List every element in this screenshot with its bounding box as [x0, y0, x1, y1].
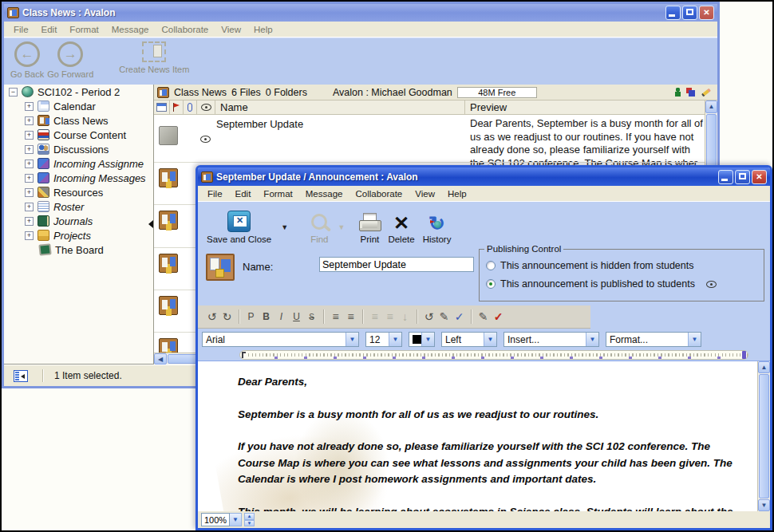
go-back-button[interactable]: ← Go Back — [10, 41, 44, 79]
scroll-left-icon[interactable]: ◀ — [154, 353, 167, 365]
menu-format[interactable]: Format — [257, 189, 298, 199]
tree-item-discussions[interactable]: + Discussions — [4, 142, 153, 156]
expand-icon[interactable]: + — [25, 116, 34, 125]
expand-icon[interactable]: + — [25, 203, 34, 211]
scroll-up-icon[interactable]: ▲ — [758, 361, 770, 373]
expand-icon[interactable]: + — [25, 174, 34, 183]
news-item-icon[interactable] — [159, 296, 178, 315]
right-margin-marker[interactable] — [742, 351, 746, 359]
news-item-icon[interactable] — [159, 338, 178, 353]
name-input[interactable] — [319, 257, 474, 272]
preview-column-header[interactable]: Preview — [465, 100, 705, 114]
maximize-icon[interactable] — [682, 6, 697, 20]
expand-icon[interactable]: + — [25, 102, 34, 111]
underline-icon[interactable]: U — [289, 311, 304, 322]
expand-icon[interactable]: + — [25, 145, 34, 154]
insert-select[interactable]: Insert... ▼ — [503, 332, 599, 347]
name-column-header[interactable]: Name — [215, 100, 465, 114]
spin-down-icon[interactable]: ▼ — [244, 520, 255, 527]
news-item-name[interactable]: September Update — [216, 118, 303, 130]
news-item-icon[interactable] — [159, 254, 178, 273]
news-item-icon[interactable] — [159, 168, 178, 187]
view-mode-icon[interactable] — [686, 88, 696, 97]
align-icon[interactable]: ≡ — [367, 310, 382, 323]
tree-root-sci102[interactable]: − SCI102 - Period 2 — [4, 85, 153, 99]
menu-edit[interactable]: Edit — [35, 25, 64, 34]
flag-column[interactable] — [170, 100, 184, 114]
splitter-collapse-icon[interactable] — [148, 220, 153, 228]
chevron-down-icon[interactable]: ▼ — [346, 333, 358, 346]
tree-item-roster[interactable]: + Roster — [4, 199, 153, 214]
item-type-column[interactable] — [154, 100, 170, 114]
body-vertical-scrollbar[interactable]: ▲ ▼ — [757, 361, 770, 511]
menu-collaborate[interactable]: Collaborate — [155, 25, 215, 34]
tree-item-class-news[interactable]: + Class News — [4, 113, 153, 128]
find-dropdown-icon[interactable]: ▼ — [333, 223, 351, 231]
close-icon[interactable]: ✕ — [752, 170, 767, 184]
font-family-select[interactable]: Arial ▼ — [202, 332, 359, 347]
sort-icon[interactable]: ≡ — [382, 310, 397, 323]
menu-file[interactable]: File — [7, 25, 35, 34]
maximize-icon[interactable] — [735, 170, 750, 184]
approve-icon[interactable]: ✓ — [452, 310, 467, 323]
tree-item-incoming-assignments[interactable]: + Incoming Assignme — [4, 156, 153, 171]
menu-edit[interactable]: Edit — [229, 189, 258, 199]
scrollbar-thumb[interactable] — [759, 374, 769, 499]
plain-style-icon[interactable]: P — [243, 311, 259, 322]
expand-icon[interactable]: + — [25, 160, 34, 168]
format-select[interactable]: Format... ▼ — [606, 332, 701, 347]
left-margin-marker[interactable] — [242, 352, 246, 358]
move-down-icon[interactable]: ↓ — [397, 310, 413, 323]
tree-item-calendar[interactable]: + Calendar — [4, 99, 153, 113]
chevron-down-icon[interactable]: ▼ — [484, 333, 496, 346]
font-color-select[interactable]: ▼ — [409, 332, 435, 347]
revert-icon[interactable]: ↺ — [421, 310, 436, 323]
indent-icon[interactable]: ≡ — [328, 310, 343, 323]
save-and-close-button[interactable]: Save and Close — [203, 202, 275, 246]
scroll-down-icon[interactable]: ▼ — [758, 499, 770, 511]
expand-icon[interactable]: + — [25, 188, 34, 197]
radio-published-option[interactable]: This announcement is published to studen… — [486, 278, 717, 290]
ruler[interactable] — [239, 350, 748, 360]
menu-view[interactable]: View — [409, 189, 441, 199]
published-column[interactable] — [197, 100, 215, 114]
menu-message[interactable]: Message — [299, 189, 349, 199]
back-titlebar[interactable]: Class News : Avalon ✕ — [4, 4, 717, 22]
expand-icon[interactable]: + — [25, 217, 34, 226]
news-item-icon[interactable] — [159, 211, 178, 230]
outdent-icon[interactable]: ≡ — [343, 310, 358, 323]
minimize-icon[interactable] — [665, 6, 681, 20]
expand-icon[interactable]: + — [25, 131, 34, 140]
menu-file[interactable]: File — [201, 189, 229, 199]
menu-view[interactable]: View — [215, 25, 247, 34]
zoom-spinner[interactable]: ▲ ▼ — [244, 513, 255, 526]
stamp-icon[interactable]: ✎ — [476, 310, 491, 323]
chevron-down-icon[interactable]: ▼ — [389, 333, 401, 346]
spin-up-icon[interactable]: ▲ — [244, 513, 255, 520]
announcement-body-editor[interactable]: Dear Parents, September is a busy month … — [198, 361, 757, 511]
print-button[interactable]: Print — [355, 202, 384, 246]
expand-icon[interactable]: + — [25, 231, 34, 240]
go-forward-button[interactable]: → Go Forward — [47, 41, 93, 79]
radio-checked-icon[interactable] — [486, 279, 496, 289]
scroll-up-icon[interactable]: ▲ — [705, 100, 717, 113]
alignment-select[interactable]: Left ▼ — [441, 332, 497, 347]
who-is-online-icon[interactable] — [675, 88, 681, 97]
menu-format[interactable]: Format — [63, 25, 105, 34]
tree-item-projects[interactable]: + Projects — [4, 228, 153, 242]
zoom-dropdown-icon[interactable]: ▼ — [230, 513, 242, 526]
minimize-icon[interactable] — [718, 170, 733, 184]
menu-help[interactable]: Help — [247, 25, 279, 34]
tree-item-course-content[interactable]: + Course Content — [4, 128, 153, 142]
strikethrough-icon[interactable]: S — [304, 313, 319, 321]
spellcheck-icon[interactable]: ✓ — [491, 310, 506, 323]
redo-icon[interactable]: ↻ — [219, 310, 235, 323]
radio-hidden-option[interactable]: This announcement is hidden from student… — [486, 260, 694, 271]
menu-message[interactable]: Message — [105, 25, 156, 34]
menu-collaborate[interactable]: Collaborate — [349, 189, 409, 199]
tree-item-resources[interactable]: + Resources — [4, 185, 153, 199]
create-news-item-button[interactable]: Create News Item — [119, 41, 189, 74]
radio-unchecked-icon[interactable] — [486, 261, 496, 270]
close-icon[interactable]: ✕ — [699, 6, 714, 20]
chevron-down-icon[interactable]: ▼ — [688, 333, 701, 346]
